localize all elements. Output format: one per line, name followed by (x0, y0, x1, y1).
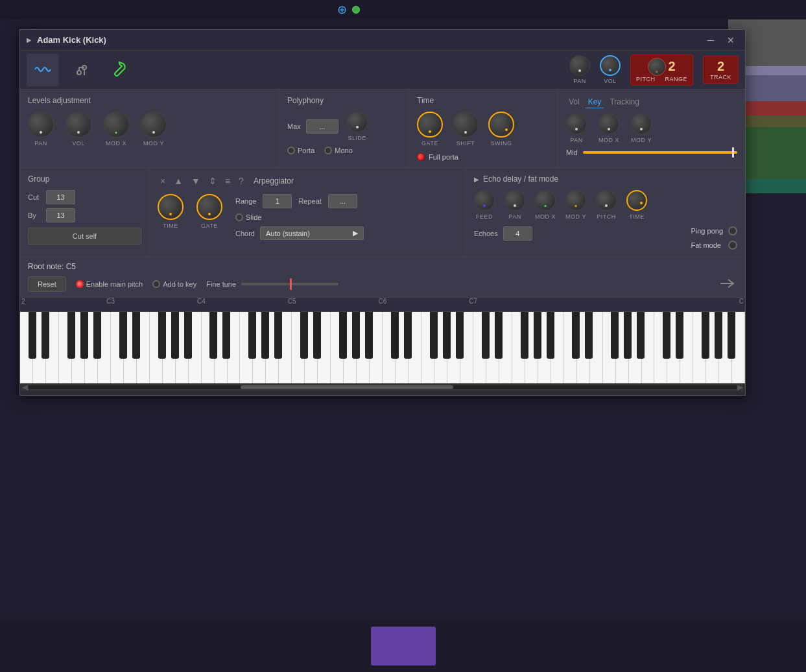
echo-pan-knob[interactable] (504, 190, 525, 211)
echoes-spinbox[interactable]: 4 (503, 226, 532, 241)
black-key[interactable] (119, 312, 127, 359)
black-key[interactable] (261, 312, 269, 359)
black-key[interactable] (547, 312, 554, 359)
black-key[interactable] (222, 312, 230, 359)
scrollbar-right-arrow[interactable]: ▶ (737, 383, 743, 392)
black-key[interactable] (495, 312, 503, 359)
fat-mode-radio[interactable] (728, 241, 737, 250)
echo-pitch-knob[interactable] (596, 190, 617, 211)
black-key[interactable] (430, 312, 438, 359)
gate-knob[interactable] (417, 112, 443, 138)
shift-knob[interactable] (453, 112, 479, 138)
black-key[interactable] (715, 312, 722, 359)
tab-envelope[interactable] (65, 54, 98, 86)
mid-slider[interactable] (583, 151, 737, 154)
reset-button[interactable]: Reset (28, 276, 66, 292)
black-key[interactable] (132, 312, 140, 359)
black-key[interactable] (443, 312, 451, 359)
pitch-knob[interactable] (648, 58, 666, 76)
add-to-key-radio[interactable]: Add to key (152, 280, 196, 288)
arp-help-btn[interactable]: ? (236, 174, 246, 187)
black-key[interactable] (585, 312, 593, 359)
black-key[interactable] (391, 312, 399, 359)
black-key[interactable] (93, 312, 101, 359)
black-key[interactable] (248, 312, 256, 359)
black-key[interactable] (404, 312, 412, 359)
black-key[interactable] (300, 312, 308, 359)
levels-vol-knob[interactable] (65, 112, 91, 138)
scrollbar-left-arrow[interactable]: ◀ (22, 383, 28, 392)
toolbar-vol-group: VOL (600, 55, 621, 84)
arp-time-knob[interactable] (158, 194, 184, 220)
tab-wave[interactable] (27, 54, 59, 86)
echo-mody-knob[interactable] (565, 190, 586, 211)
black-key[interactable] (624, 312, 632, 359)
arp-close-btn[interactable]: × (158, 174, 168, 187)
poly-max-spinbox[interactable]: ... (306, 119, 338, 134)
cut-self-button[interactable]: Cut self (28, 228, 141, 245)
porta-radio[interactable]: Porta (287, 147, 314, 154)
echo-feed-knob[interactable] (474, 190, 495, 211)
black-key[interactable] (209, 312, 217, 359)
levels-modx-knob[interactable] (103, 112, 129, 138)
arp-down-btn[interactable]: ▼ (189, 174, 203, 187)
vkt-mody-knob[interactable] (631, 114, 652, 134)
enable-pitch-radio[interactable]: Enable main pitch (76, 280, 143, 288)
poly-slide-knob[interactable] (347, 112, 368, 132)
vkt-modx-knob[interactable] (599, 114, 619, 134)
black-key[interactable] (365, 312, 373, 359)
tab-vol[interactable]: Vol (566, 96, 582, 108)
tab-tracking[interactable]: Tracking (607, 96, 642, 108)
close-button[interactable]: ✕ (723, 34, 739, 47)
minimize-button[interactable]: ─ (704, 34, 718, 47)
arp-random-btn[interactable]: ≡ (222, 174, 233, 187)
cut-spinbox[interactable]: 13 (46, 190, 75, 204)
black-key[interactable] (534, 312, 541, 359)
main-content: Levels adjustment PAN VOL MOD X (20, 90, 745, 395)
black-key[interactable] (572, 312, 580, 359)
swing-knob[interactable] (488, 112, 514, 138)
black-key[interactable] (456, 312, 464, 359)
tab-key[interactable]: Key (586, 96, 604, 108)
black-key[interactable] (521, 312, 528, 359)
range-label: RANGE (665, 76, 687, 82)
arp-range-spinbox[interactable]: 1 (263, 194, 292, 208)
echo-time-knob[interactable] (626, 190, 647, 211)
black-key[interactable] (676, 312, 683, 359)
piano-scrollbar[interactable]: ◀ ▶ (20, 383, 745, 391)
black-key[interactable] (29, 312, 36, 359)
black-key[interactable] (339, 312, 347, 359)
black-key[interactable] (728, 312, 735, 359)
black-key[interactable] (274, 312, 282, 359)
black-key[interactable] (313, 312, 321, 359)
black-key[interactable] (80, 312, 88, 359)
ping-pong-radio[interactable] (728, 226, 737, 235)
tab-wrench[interactable] (104, 54, 137, 86)
by-spinbox[interactable]: 13 (46, 208, 75, 222)
black-key[interactable] (637, 312, 645, 359)
chord-select[interactable]: Auto (sustain) ▶ (260, 226, 364, 240)
levels-mody-knob[interactable] (141, 112, 167, 138)
black-key[interactable] (171, 312, 179, 359)
mono-radio[interactable]: Mono (324, 147, 353, 154)
black-key[interactable] (663, 312, 670, 359)
black-key[interactable] (702, 312, 709, 359)
toolbar-vol-knob[interactable] (600, 55, 621, 76)
arp-gate-knob[interactable] (196, 194, 222, 220)
arp-repeat-spinbox[interactable]: ... (328, 194, 357, 208)
arp-up-btn[interactable]: ▲ (171, 174, 185, 187)
black-key[interactable] (352, 312, 360, 359)
vkt-pan-knob[interactable] (566, 114, 587, 134)
slide-radio[interactable]: Slide (235, 213, 261, 221)
toolbar-pan-knob[interactable] (569, 55, 590, 76)
levels-pan-knob[interactable] (28, 112, 54, 138)
black-key[interactable] (184, 312, 192, 359)
black-key[interactable] (158, 312, 166, 359)
fine-tune-slider[interactable] (241, 283, 338, 285)
black-key[interactable] (67, 312, 75, 359)
arp-updown-btn[interactable]: ⇕ (206, 174, 219, 187)
black-key[interactable] (482, 312, 490, 359)
echo-modx-knob[interactable] (535, 190, 556, 211)
black-key[interactable] (41, 312, 49, 359)
black-key[interactable] (611, 312, 619, 359)
